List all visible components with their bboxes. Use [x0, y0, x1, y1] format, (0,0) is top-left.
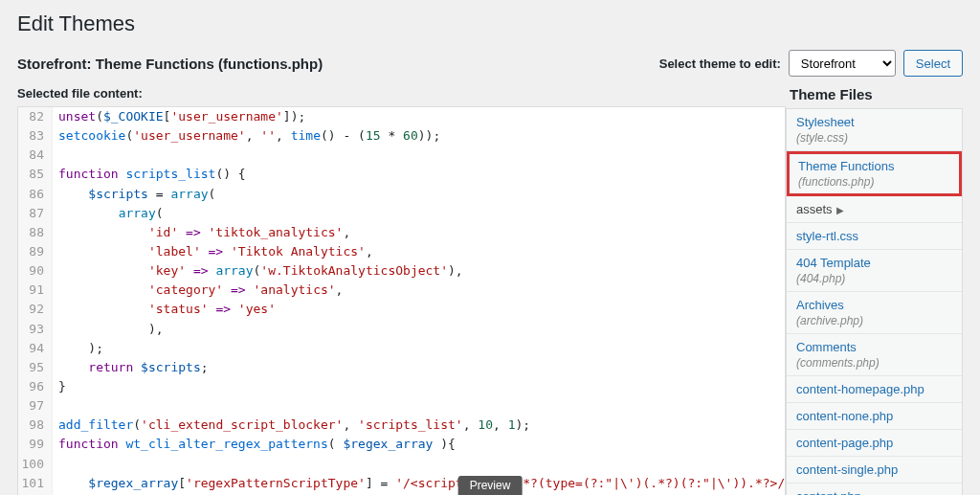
file-item[interactable]: Stylesheet(style.css) — [787, 109, 962, 151]
file-item[interactable]: Archives(archive.php) — [787, 292, 962, 334]
file-item[interactable]: Comments(comments.php) — [787, 334, 962, 376]
file-item[interactable]: assets ▶ — [787, 196, 962, 223]
file-item[interactable]: content.php — [787, 484, 962, 495]
theme-files-heading: Theme Files — [786, 86, 963, 102]
file-item[interactable]: content-page.php — [787, 430, 962, 457]
page-title: Edit Themes — [17, 11, 963, 36]
file-item[interactable]: style-rtl.css — [787, 223, 962, 250]
theme-select[interactable]: Storefront — [789, 50, 896, 77]
file-subtitle: Storefront: Theme Functions (functions.p… — [17, 56, 323, 72]
selected-file-label: Selected file content: — [17, 86, 786, 101]
file-item[interactable]: content-homepage.php — [787, 376, 962, 403]
theme-select-label: Select theme to edit: — [659, 56, 781, 71]
file-item[interactable]: 404 Template(404.php) — [787, 250, 962, 292]
chevron-right-icon: ▶ — [835, 205, 845, 215]
theme-file-list: Stylesheet(style.css)Theme Functions(fun… — [786, 108, 963, 495]
preview-button[interactable]: Preview — [458, 476, 523, 495]
code-editor[interactable]: 82unset($_COOKIE['user_username']);83set… — [17, 106, 786, 495]
select-theme-button[interactable]: Select — [903, 50, 963, 77]
file-item[interactable]: Theme Functions(functions.php) — [787, 151, 962, 196]
file-item[interactable]: content-none.php — [787, 403, 962, 430]
file-item[interactable]: content-single.php — [787, 457, 962, 484]
